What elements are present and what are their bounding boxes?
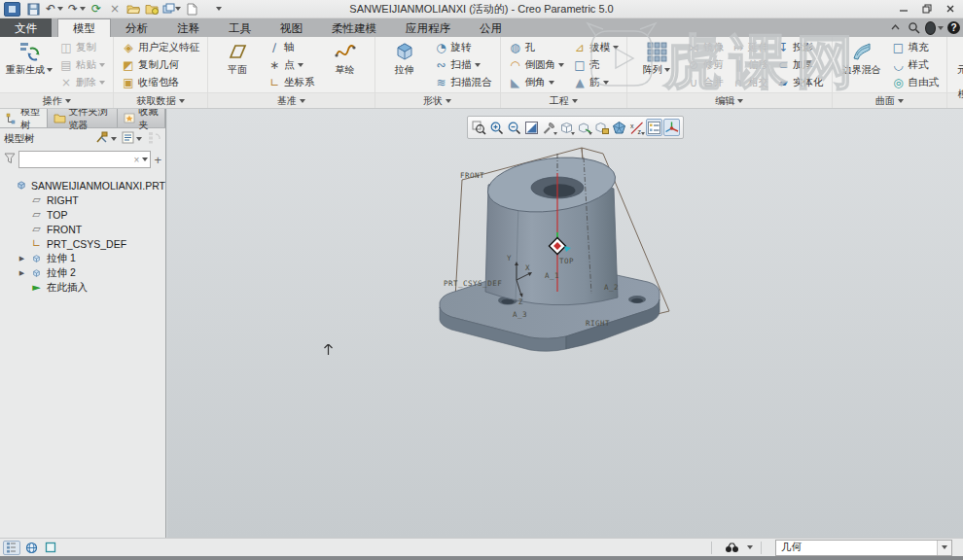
ribbon-button-thicken[interactable]: ⊂加厚 (773, 56, 827, 74)
model-canvas[interactable]: Y X Z FRONT PRT_CSYS_DEF TOP RIGHT A_1 A… (167, 109, 963, 538)
ribbon-button-chamfer[interactable]: ◣倒角 (506, 74, 568, 91)
panel-tab-model-tree[interactable]: 模型树 (0, 109, 48, 127)
ribbon-button-swept-blend[interactable]: ≋扫描混合 (432, 74, 495, 91)
status-bar: 几何 (0, 538, 963, 556)
panel-tab-favorites[interactable]: 收藏夹 (118, 109, 165, 127)
tab-view[interactable]: 视图 (266, 18, 317, 37)
filter-funnel-icon[interactable] (4, 153, 16, 166)
minimize-button[interactable] (893, 2, 914, 16)
collapse-ribbon-icon[interactable] (888, 20, 903, 35)
right-plane-label[interactable]: RIGHT (586, 319, 610, 328)
new-file-button[interactable] (183, 1, 200, 17)
ribbon-button-copy-geometry[interactable]: ◩复制几何 (119, 56, 202, 74)
tree-tools-caret[interactable] (111, 137, 117, 141)
ribbon-button-user-defined-feature[interactable]: ◈用户定义特征 (119, 39, 202, 56)
save-a-copy-button[interactable] (143, 1, 160, 17)
tree-item-extrude-2[interactable]: ▶拉伸 2 (0, 265, 165, 280)
ribbon-button-revolve[interactable]: ◔旋转 (432, 39, 495, 56)
command-search-icon[interactable] (907, 20, 921, 35)
find-caret[interactable] (747, 545, 753, 549)
panel-tab-folder-browser[interactable]: 文件夹浏览器 (48, 109, 119, 127)
front-plane-label[interactable]: FRONT (460, 171, 484, 180)
group-label-model-intent[interactable]: 模型意图 (947, 92, 963, 108)
ribbon-button-point[interactable]: ∗点 (265, 56, 318, 74)
qat-customize-arrow-button[interactable] (201, 1, 223, 17)
ribbon-button-freestyle[interactable]: ◎自由式 (889, 74, 943, 91)
graphics-area[interactable]: xz (167, 109, 963, 538)
app-icon[interactable] (4, 2, 20, 17)
ribbon-button-boundary-blend[interactable]: 边界混合 (838, 39, 886, 75)
tree-item-plane-front[interactable]: ▱FRONT (0, 222, 165, 236)
cylinder-boss[interactable] (484, 151, 619, 305)
csys-label[interactable]: PRT_CSYS_DEF (444, 279, 502, 288)
community-icon[interactable] (925, 20, 944, 35)
ribbon-button-fill[interactable]: □填充 (889, 39, 943, 56)
expander-icon[interactable]: ▶ (18, 255, 26, 262)
undo-button[interactable]: ↶ (43, 1, 64, 17)
find-button[interactable] (720, 541, 743, 555)
tree-item-extrude-1[interactable]: ▶拉伸 1 (0, 251, 165, 265)
group-label-engineering[interactable]: 工程 (501, 92, 627, 108)
tab-utilities[interactable]: 公用 (465, 18, 517, 37)
ribbon-button-draft[interactable]: ⊿拔模 (570, 39, 622, 56)
ribbon-button-shrinkwrap[interactable]: ▣收缩包络 (119, 74, 202, 91)
ribbon-button-coordinate-system[interactable]: ∟坐标系 (265, 74, 318, 91)
ribbon-button-round[interactable]: ◠倒圆角 (506, 56, 568, 74)
help-icon[interactable]: ? (947, 21, 960, 34)
redo-button[interactable]: ↷ (65, 1, 87, 17)
tab-tools[interactable]: 工具 (214, 18, 266, 37)
ribbon-button-pattern[interactable]: 阵列 (632, 39, 681, 75)
ribbon-button-style[interactable]: ◡样式 (889, 56, 943, 74)
group-label-datum[interactable]: 基准 (208, 92, 374, 108)
group-label-surfaces[interactable]: 曲面 (833, 92, 947, 108)
tab-applications[interactable]: 应用程序 (391, 18, 465, 37)
ribbon-button-solidify[interactable]: ▰实体化 (773, 74, 827, 91)
ribbon-button-shell[interactable]: □壳 (570, 56, 622, 74)
tree-item-csys-def[interactable]: ∟PRT_CSYS_DEF (0, 236, 165, 251)
tree-filter-input[interactable]: × (18, 151, 151, 168)
ribbon-button-sweep[interactable]: ∾扫描 (432, 56, 495, 74)
ribbon-button-project[interactable]: ↧投影 (773, 39, 827, 56)
tree-item-plane-right[interactable]: ▱RIGHT (0, 192, 165, 207)
tab-model[interactable]: 模型 (57, 18, 111, 37)
window-switch-button[interactable] (161, 1, 182, 17)
save-button[interactable] (24, 1, 42, 17)
tree-tools-icon[interactable] (95, 131, 109, 146)
restore-button[interactable] (916, 2, 938, 16)
ribbon-button-sketch[interactable]: 草绘 (321, 39, 370, 75)
open-button[interactable] (125, 1, 142, 17)
ribbon-button-axis[interactable]: ∕轴 (265, 39, 318, 56)
group-label-shapes[interactable]: 形状 (375, 92, 500, 108)
web-browser-toggle-button[interactable] (22, 541, 40, 555)
fullscreen-toggle-button[interactable] (42, 541, 59, 555)
tree-item-insert-here[interactable]: ►在此插入 (0, 280, 165, 295)
ribbon-button-plane[interactable]: 平面 (213, 39, 262, 75)
ribbon-button-rib[interactable]: ▲筋 (570, 74, 622, 91)
ribbon-button-extrude[interactable]: 拉伸 (380, 39, 429, 75)
ribbon-button-regenerate[interactable]: 重新生成 (5, 39, 54, 75)
group-label-editing[interactable]: 编辑 (627, 92, 832, 108)
tab-flexible-modeling[interactable]: 柔性建模 (317, 18, 391, 37)
group-label-get-data[interactable]: 获取数据 (114, 92, 207, 108)
add-filter-icon[interactable]: + (154, 153, 161, 167)
close-button[interactable] (940, 2, 961, 16)
top-plane-label[interactable]: TOP (559, 257, 574, 265)
tree-item-plane-top[interactable]: ▱TOP (0, 207, 165, 222)
clear-filter-icon[interactable]: × (134, 155, 140, 165)
selection-filter-dropdown[interactable]: 几何 (775, 540, 952, 556)
ribbon-button-component-interface[interactable]: 元件界面 (952, 39, 963, 75)
expander-icon[interactable]: ▶ (18, 269, 26, 277)
tree-settings-caret[interactable] (136, 137, 142, 141)
ribbon-button-hole[interactable]: ◍孔 (506, 39, 568, 56)
navigator-toggle-button[interactable] (3, 541, 20, 555)
tree-settings-icon[interactable] (122, 131, 134, 146)
group-label-operations[interactable]: 操作 (0, 92, 113, 108)
tab-analysis[interactable]: 分析 (111, 18, 162, 37)
tab-file[interactable]: 文件 (0, 18, 52, 37)
tree-item-part-root[interactable]: SANWEIJIANMOLIANXI.PRT (0, 178, 165, 192)
regenerate-qat-button[interactable]: ⟳ (88, 1, 105, 17)
filter-history-caret[interactable] (142, 158, 148, 161)
close-window-button[interactable]: × (106, 1, 124, 17)
delete-icon: × (59, 77, 73, 88)
tab-annotate[interactable]: 注释 (162, 18, 214, 37)
